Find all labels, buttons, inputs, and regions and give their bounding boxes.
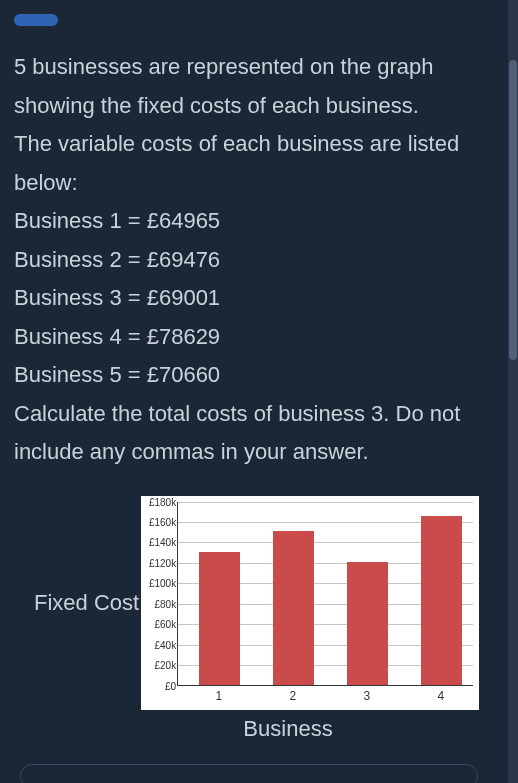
chart-bar bbox=[421, 516, 462, 685]
vc-line-4: Business 4 = £78629 bbox=[14, 324, 220, 349]
chart-bar bbox=[273, 531, 314, 684]
chart-bar bbox=[347, 562, 388, 685]
question-line: Calculate the total costs of business 3.… bbox=[14, 401, 460, 465]
fixed-cost-bar-chart: £0£20k£40k£60k£80k£100k£120k£140k£160k£1… bbox=[141, 496, 479, 710]
chart-x-tick: 1 bbox=[199, 689, 239, 703]
vc-line-2: Business 2 = £69476 bbox=[14, 247, 220, 272]
chart-y-tick: £0 bbox=[144, 680, 176, 691]
chart-y-tick: £80k bbox=[144, 598, 176, 609]
vc-line-1: Business 1 = £64965 bbox=[14, 208, 220, 233]
chart-x-tick: 4 bbox=[421, 689, 461, 703]
chart-y-tick: £160k bbox=[144, 516, 176, 527]
vc-line-3: Business 3 = £69001 bbox=[14, 285, 220, 310]
intro-line-1: 5 businesses are represented on the grap… bbox=[14, 54, 434, 118]
chart-x-tick: 3 bbox=[347, 689, 387, 703]
scrollbar-thumb[interactable] bbox=[509, 60, 517, 360]
intro-line-2: The variable costs of each business are … bbox=[14, 131, 459, 195]
vc-line-5: Business 5 = £70660 bbox=[14, 362, 220, 387]
chart-y-tick: £100k bbox=[144, 578, 176, 589]
chart-x-tick: 2 bbox=[273, 689, 313, 703]
chart-y-axis-label: Fixed Cost bbox=[34, 590, 139, 616]
chart-y-tick: £40k bbox=[144, 639, 176, 650]
chart-y-tick: £180k bbox=[144, 496, 176, 507]
chart-y-tick: £60k bbox=[144, 619, 176, 630]
chart-y-tick: £120k bbox=[144, 557, 176, 568]
chart-y-tick: £140k bbox=[144, 537, 176, 548]
chart-gridline bbox=[178, 502, 473, 503]
chart-bar bbox=[199, 552, 240, 685]
chart-y-tick: £20k bbox=[144, 660, 176, 671]
answer-input[interactable] bbox=[20, 764, 478, 784]
scrollbar-track[interactable] bbox=[508, 0, 518, 783]
chart-x-axis-label: Business bbox=[72, 716, 504, 742]
topic-chip[interactable] bbox=[14, 14, 58, 26]
question-text: 5 businesses are represented on the grap… bbox=[14, 48, 480, 472]
